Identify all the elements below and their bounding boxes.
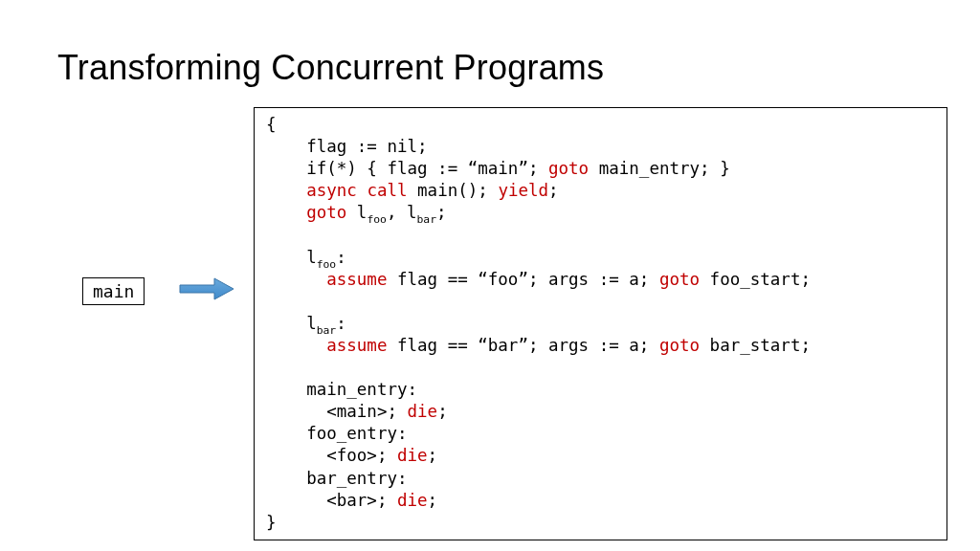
arrow-icon xyxy=(178,275,235,303)
kw-die: die xyxy=(397,446,428,465)
code-line: foo_entry: xyxy=(266,424,408,443)
kw-async: async xyxy=(306,181,357,200)
kw-yield: yield xyxy=(498,181,548,200)
kw-die: die xyxy=(397,491,428,510)
code-line: bar_entry: xyxy=(266,469,408,488)
kw-goto: goto xyxy=(548,159,589,178)
kw-goto: goto xyxy=(659,270,700,289)
kw-die: die xyxy=(408,402,438,421)
code-box: { flag := nil; if(*) { flag := “main”; g… xyxy=(254,107,947,540)
code-line: } xyxy=(266,513,277,532)
code-line: flag := nil; xyxy=(266,137,428,156)
kw-call: call xyxy=(367,181,407,200)
slide: Transforming Concurrent Programs main { … xyxy=(0,0,980,551)
code-line: main_entry: xyxy=(266,380,417,399)
main-label-box: main xyxy=(82,277,145,305)
kw-assume: assume xyxy=(326,336,387,355)
code-line: if(*) { flag := “main”; xyxy=(266,159,548,178)
code-line: { xyxy=(266,115,277,134)
slide-title: Transforming Concurrent Programs xyxy=(57,48,923,88)
kw-goto: goto xyxy=(659,336,700,355)
kw-goto: goto xyxy=(306,203,346,222)
kw-assume: assume xyxy=(326,270,387,289)
